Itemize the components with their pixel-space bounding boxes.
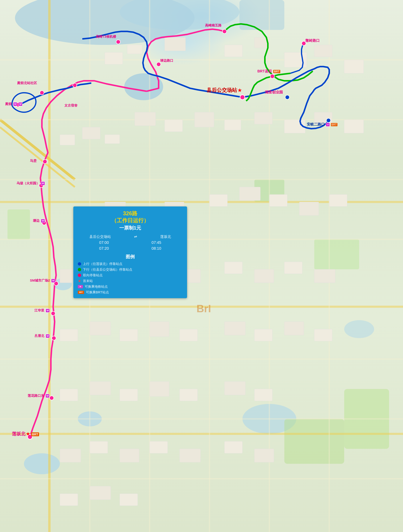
station-label-sm-plaza: SM城市广场2 M bbox=[30, 278, 55, 283]
time-to-1: 07:45 bbox=[151, 240, 161, 245]
svg-point-98 bbox=[40, 91, 44, 95]
station-label-lvcuo-north: 吕厝北 M bbox=[34, 334, 50, 338]
svg-point-100 bbox=[43, 159, 47, 164]
legend-icon-metro: M bbox=[78, 285, 83, 288]
svg-point-99 bbox=[73, 83, 77, 87]
legend-item-metro: M 可换乘地铁站点 bbox=[78, 285, 183, 289]
legend-label-brt: 可换乘BRT站点 bbox=[86, 290, 109, 295]
info-panel: 326路 （工作日运行） 一票制1元 县后公交场站 ⇌ 莲坂北 07:00 07… bbox=[73, 206, 187, 298]
route-fare: 一票制1元 bbox=[78, 225, 183, 231]
legend-dot-down bbox=[78, 268, 81, 271]
station-label-anqi-2: 安岐二路口 M BRT bbox=[307, 122, 338, 127]
svg-point-96 bbox=[116, 40, 120, 44]
station-label-dunling: 墩岭路口 bbox=[305, 38, 320, 43]
legend-label-metro: 可换乘地铁站点 bbox=[85, 285, 108, 289]
svg-point-111 bbox=[240, 95, 245, 100]
station-label-huli-park: 湖里创业园 bbox=[265, 90, 283, 95]
legend-dot-up bbox=[78, 262, 81, 266]
legend-item-down: 下行（往县后公交场站）停靠站点 bbox=[78, 267, 183, 272]
station-label-brt-xianhou: BRT县后 BRT bbox=[257, 69, 280, 74]
station-label-dianqian-north: 殿前北站社区 bbox=[17, 81, 37, 85]
legend-label-terminal: 首末站 bbox=[83, 279, 93, 283]
legend-title: 图例 bbox=[78, 254, 183, 260]
schedule-row-2: 07:20 08:10 bbox=[78, 246, 183, 251]
svg-point-109 bbox=[285, 95, 289, 99]
schedule-row-1: 07:00 07:45 bbox=[78, 240, 183, 245]
map-container: 高崎南五路 高崎T3候机楼 埭边路口 殿前北站社区 殿前 M M 太古宿舍 马垄… bbox=[0, 0, 403, 532]
legend-icon-brt: BRT bbox=[78, 291, 84, 294]
svg-point-107 bbox=[270, 74, 275, 78]
legend-label-down: 下行（往县后公交场站）停靠站点 bbox=[83, 267, 132, 272]
legend-label-up: 上行（往莲坂北）停靠站点 bbox=[83, 262, 122, 266]
svg-point-104 bbox=[51, 311, 55, 316]
legend-star-terminal: ★ bbox=[78, 279, 81, 283]
station-label-lianhua-east: 莲花路口东 M bbox=[28, 393, 50, 398]
svg-point-105 bbox=[52, 336, 56, 340]
route-overlay-svg bbox=[0, 0, 403, 532]
schedule-to: 莲坂北 bbox=[160, 234, 171, 239]
station-label-lianban-north-terminal: 莲坂北 ★ BRT bbox=[12, 431, 39, 437]
svg-point-95 bbox=[222, 29, 227, 33]
legend-dot-bidirectional bbox=[78, 274, 81, 277]
station-label-gaoji-south-5road: 高崎南五路 bbox=[205, 23, 222, 28]
route-number: 326路 bbox=[78, 210, 183, 217]
time-from-2: 07:20 bbox=[99, 246, 109, 251]
station-label-xianhou-terminal: 县后公交场站 ★ bbox=[206, 87, 242, 94]
station-label-dabian: 埭边路口 bbox=[160, 58, 173, 63]
legend-item-brt: BRT 可换乘BRT站点 bbox=[78, 290, 183, 295]
svg-point-97 bbox=[157, 62, 161, 66]
time-to-2: 08:10 bbox=[151, 246, 161, 251]
legend-label-bidirectional: 双向停靠站点 bbox=[83, 273, 103, 278]
schedule-header: 县后公交场站 ⇌ 莲坂北 bbox=[78, 234, 183, 239]
time-from-1: 07:00 bbox=[99, 240, 109, 245]
legend-items: 上行（往莲坂北）停靠站点 下行（往县后公交场站）停靠站点 双向停靠站点 ★ 首末… bbox=[78, 262, 183, 295]
legend-item-up: 上行（往莲坂北）停靠站点 bbox=[78, 262, 183, 266]
route-operating-days: （工作日运行） bbox=[78, 217, 183, 224]
schedule-from: 县后公交场站 bbox=[89, 234, 111, 239]
svg-point-106 bbox=[50, 396, 54, 400]
station-label-dianqian: 殿前 M M bbox=[5, 102, 22, 106]
station-label-tangbian: 塘边 M bbox=[33, 218, 45, 223]
station-label-gaoji-t3: 高崎T3候机楼 bbox=[96, 34, 116, 39]
station-label-wulong: 乌垅（火炬园） M bbox=[16, 181, 45, 185]
station-label-taigu: 太古宿舍 bbox=[64, 103, 77, 108]
legend-item-bidirectional: 双向停靠站点 bbox=[78, 273, 183, 278]
station-label-jianghuali: 江华里 M bbox=[34, 308, 50, 313]
schedule-arrow: ⇌ bbox=[134, 234, 137, 239]
legend-item-terminal: ★ 首末站 bbox=[78, 279, 183, 283]
station-label-malong: 马垄 bbox=[30, 158, 37, 163]
bri-label: BrI bbox=[197, 303, 211, 315]
